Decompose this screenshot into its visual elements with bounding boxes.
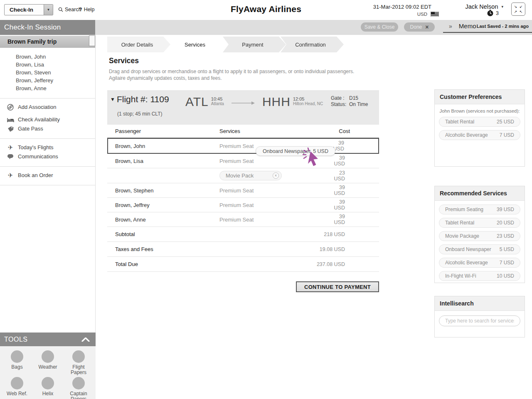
tag-icon <box>7 126 14 132</box>
passenger-item[interactable]: Brown, Lisa <box>16 61 95 69</box>
subtotal-label: Subtotal <box>115 231 247 237</box>
service-label: Alcoholic Beverage <box>445 260 488 266</box>
bags-icon <box>11 350 23 363</box>
step-payment[interactable]: Payment <box>223 37 286 52</box>
continue-to-payment-button[interactable]: CONTINUE TO PAYMENT <box>296 281 379 292</box>
sidebar-item-todays-flights[interactable]: ✈ Today's Flights <box>7 143 95 152</box>
description-line: Agilaire dynamically updates costs, taxe… <box>109 75 354 81</box>
sidebar-group-association: Add Association Check Availability Gate … <box>0 98 95 138</box>
passenger-item[interactable]: Brown, Steven <box>16 69 95 76</box>
flight-status-block: Gate : D15 Status: On Time <box>331 95 368 108</box>
preference-pill-alcoholic-beverage[interactable]: Alcoholic Beverage 7 USD <box>439 130 520 140</box>
tool-bags[interactable]: Bags <box>2 349 32 375</box>
flight-card: ▼ Flight #: 1109 (1 stop; 45 min CLT) AT… <box>107 90 379 272</box>
table-row[interactable]: Brown, Lisa Premium Seat 39 USD <box>107 154 379 168</box>
timer-badge[interactable]: 3 <box>487 10 499 17</box>
movie-pack-pill[interactable]: Movie Pack × <box>219 171 282 180</box>
module-selector-dropdown[interactable]: Check-In ▼ <box>4 4 53 15</box>
main-content: Order Details Services Payment Confirmat… <box>96 35 532 399</box>
step-confirmation[interactable]: Confirmation <box>281 37 344 52</box>
taxes-label: Taxes and Fees <box>115 246 247 252</box>
status-label: Status: <box>331 101 349 108</box>
service-price: 39 USD <box>497 207 514 212</box>
table-row-drop-target[interactable]: Brown, John Premium Seat 39 USD <box>107 138 379 154</box>
service-pill-premium-seating[interactable]: Premium Seating 39 USD <box>439 204 520 214</box>
close-icon: × <box>425 24 429 30</box>
arrow-sw-icon: ↙ <box>520 5 523 9</box>
workflow-steps: Order Details Services Payment Confirmat… <box>107 37 344 52</box>
service-pill-movie-package[interactable]: Movie Package 23 USD <box>439 231 520 241</box>
service-pill-inflight-wifi[interactable]: In-Flight Wi-Fi 10 USD <box>439 271 520 281</box>
captain-papers-icon <box>72 377 85 389</box>
flight-collapse-toggle[interactable]: ▼ Flight #: 1109 <box>110 94 169 104</box>
flight-papers-icon <box>72 350 85 363</box>
arrow-ne-icon: ↗ <box>514 10 517 14</box>
tool-flight-papers[interactable]: Flight Papers <box>63 349 94 375</box>
passenger-cell: Brown, Jeffrey <box>115 202 219 208</box>
currency-code: USD <box>417 12 427 17</box>
collapse-window-button[interactable]: ↘ ↙ ↗ ↖ <box>511 2 525 16</box>
memo-expand-icon[interactable]: » <box>449 23 452 30</box>
dragged-service-pill[interactable]: Onboard Newspaper 5 USD <box>256 146 335 156</box>
cost-cell: 39 USD <box>332 140 378 152</box>
tool-helix[interactable]: Helix <box>32 375 63 399</box>
done-button[interactable]: Done × <box>404 22 435 32</box>
flight-header: ▼ Flight #: 1109 (1 stop; 45 min CLT) AT… <box>107 90 379 125</box>
service-cell: Premium Seat <box>219 217 332 223</box>
tool-web-ref[interactable]: Web Ref. <box>2 375 32 399</box>
col-cost: Cost <box>332 128 379 134</box>
table-row[interactable]: Brown, Jeffrey Premium Seat 39 USD <box>107 198 379 212</box>
remove-service-icon[interactable]: × <box>273 172 279 179</box>
table-row[interactable]: Brown, Anne Premium Seat 39 USD <box>107 212 379 227</box>
service-label: In-Flight Wi-Fi <box>445 273 476 279</box>
chevron-up-icon[interactable] <box>81 337 90 342</box>
service-pill-label: Movie Pack <box>226 172 254 179</box>
taxes-value: 19.08 USD <box>247 246 379 252</box>
help-button[interactable]: ? Help <box>79 7 94 12</box>
service-search-input[interactable] <box>439 315 520 326</box>
sidebar-scroll-tab[interactable] <box>89 35 95 46</box>
service-pill-alcoholic-beverage[interactable]: Alcoholic Beverage 7 USD <box>439 258 520 268</box>
step-services[interactable]: Services <box>165 37 228 52</box>
checkin-session-sidebar: Check-In Session Brown Family trip Brown… <box>0 20 96 399</box>
tools-title: TOOLS <box>4 332 27 346</box>
tool-weather[interactable]: Weather <box>32 349 63 375</box>
passenger-item[interactable]: Brown, John <box>16 53 95 61</box>
service-cell: Premium Seat <box>219 202 332 208</box>
user-menu[interactable]: Jack Nelson ▾ <box>465 3 503 10</box>
step-order-details[interactable]: Order Details <box>107 37 170 52</box>
service-pill-tablet-rental[interactable]: Tablet Rental 20 USD <box>439 218 520 228</box>
web-ref-icon <box>11 377 23 389</box>
sidebar-item-label: Today's Flights <box>18 143 54 152</box>
service-cell: Premium Seat <box>219 158 332 164</box>
search-button[interactable]: Search <box>58 7 81 12</box>
chevron-down-icon[interactable]: ▼ <box>44 5 53 15</box>
service-label: Tablet Rental <box>445 119 474 125</box>
module-selector-label: Check-In <box>5 7 44 13</box>
table-row[interactable]: Brown, Stephen Premium Seat 39 USD <box>107 183 379 198</box>
sidebar-group-today: ✈ Today's Flights Communications <box>0 138 95 166</box>
save-close-button[interactable]: Save & Close <box>361 22 398 32</box>
timer-icon <box>487 10 494 17</box>
passenger-cell: Brown, Lisa <box>115 158 219 164</box>
passenger-item[interactable]: Brown, Anne <box>16 84 95 92</box>
sidebar-item-communications[interactable]: Communications <box>7 152 95 161</box>
sidebar-item-gate-pass[interactable]: Gate Pass <box>7 124 95 133</box>
cost-cell: 39 USD <box>332 214 379 225</box>
bed-icon <box>7 116 14 123</box>
passenger-item[interactable]: Brown, Jefferey <box>16 76 95 84</box>
tools-header[interactable]: TOOLS <box>0 332 96 346</box>
arrow-nw-icon: ↖ <box>520 10 523 14</box>
sidebar-item-book-an-order[interactable]: ✈ Book an Order <box>7 171 95 180</box>
done-label: Done <box>410 24 422 30</box>
tool-captain-papers[interactable]: Captain Papers <box>63 375 94 399</box>
cost-cell: 39 USD <box>332 155 379 167</box>
memo-button[interactable]: Memo <box>459 22 476 30</box>
chat-icon <box>7 153 14 160</box>
sidebar-item-check-availability[interactable]: Check Availability <box>7 115 95 124</box>
sidebar-item-add-association[interactable]: Add Association <box>7 103 95 112</box>
trip-item-brown-family[interactable]: Brown Family trip <box>0 36 95 48</box>
chevron-down-icon: ▾ <box>501 5 503 9</box>
service-pill-onboard-newspaper[interactable]: Onboard Newspaper 5 USD <box>439 244 520 254</box>
preference-pill-tablet-rental[interactable]: Tablet Rental 25 USD <box>439 117 520 127</box>
